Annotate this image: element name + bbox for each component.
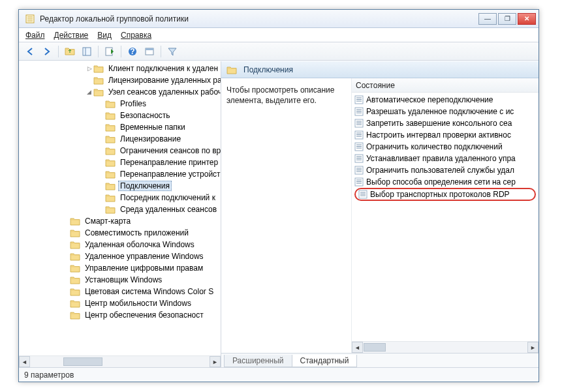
back-button[interactable] [23,44,37,59]
titlebar[interactable]: Редактор локальной групповой политики — … [19,10,539,28]
tree-item[interactable]: Удаленное управление Windows [19,250,221,262]
menu-help[interactable]: Справка [121,31,151,40]
tree-item[interactable]: Временные папки [19,121,221,133]
tree-item[interactable]: Подключения [19,180,221,192]
folder-icon [105,146,116,155]
close-button[interactable]: ✕ [518,13,536,25]
details-pane: Подключения Чтобы просмотреть описание э… [221,61,539,367]
tree-item[interactable]: Ограничения сеансов по вр [19,145,221,157]
setting-icon [354,166,364,175]
view-tabs: Расширенный Стандартный [221,353,539,367]
tree-item[interactable]: Смарт-карта [19,215,221,227]
folder-icon [70,310,80,320]
forward-button[interactable] [40,44,54,59]
scroll-right-icon[interactable]: ► [527,342,539,353]
menu-view[interactable]: Вид [97,31,112,40]
folder-icon [70,252,80,261]
setting-item[interactable]: Устанавливает правила удаленного упра [352,153,539,164]
scroll-thumb[interactable] [364,343,386,352]
menu-action[interactable]: Действие [54,31,89,40]
setting-label: Выбор способа определения сети на сер [366,177,516,187]
tree-horizontal-scrollbar[interactable]: ◄ ► [19,355,221,367]
tree-item-label: Центр мобильности Windows [83,299,193,308]
up-level-button[interactable] [63,44,77,59]
scroll-right-icon[interactable]: ► [210,356,221,367]
window: Редактор локальной групповой политики — … [18,9,539,382]
setting-item[interactable]: Автоматическое переподключение [352,94,539,106]
settings-list[interactable]: Автоматическое переподключениеРазрешать … [352,93,539,202]
tree-item-label: Удаленная оболочка Windows [83,240,196,249]
maximize-button[interactable]: ❐ [498,13,516,25]
setting-item[interactable]: Запретить завершение консольного сеа [352,117,539,129]
setting-item[interactable]: Разрешать удаленное подключение с ис [352,106,539,117]
tree-item[interactable]: Центр обеспечения безопасност [19,309,221,321]
tree-item-label: Лицензирование [118,134,183,143]
tree-item-label: Смарт-карта [83,217,133,226]
tree-pane: ▷Клиент подключения к удаленЛицензирован… [19,61,221,367]
folder-icon [70,299,80,308]
window-title: Редактор локальной групповой политики [40,14,478,23]
folder-icon [105,205,116,214]
client-area: ▷Клиент подключения к удаленЛицензирован… [19,61,539,367]
filter-button[interactable] [165,44,180,59]
setting-label: Устанавливает правила удаленного упра [366,154,516,163]
toolbar-separator [161,46,161,57]
tree-item[interactable]: Перенаправление принтер [19,157,221,168]
show-tree-button[interactable] [80,44,94,59]
folder-icon [105,99,116,108]
tree-item[interactable]: Лицензирование удаленных ра [19,74,221,86]
expand-icon[interactable]: ◢ [86,89,93,95]
tree-item[interactable]: Среда удаленных сеансов [19,204,221,215]
setting-icon [354,95,364,104]
tree-item[interactable]: Посредник подключений к [19,192,221,204]
tree-item[interactable]: Центр мобильности Windows [19,297,221,309]
details-body: Чтобы просмотреть описание элемента, выд… [221,78,539,353]
tree-view[interactable]: ▷Клиент подключения к удаленЛицензирован… [19,61,221,355]
list-horizontal-scrollbar[interactable]: ◄ ► [352,341,539,353]
tree-item[interactable]: Цветовая система Windows Color S [19,286,221,297]
setting-item[interactable]: Ограничить количество подключений [352,141,539,153]
tree-item[interactable]: Управление цифровыми правам [19,262,221,274]
column-header-state[interactable]: Состояние [352,78,539,93]
setting-icon [354,119,364,128]
tree-item[interactable]: ◢Узел сеансов удаленных рабоч [19,86,221,98]
setting-label: Запретить завершение консольного сеа [366,119,512,128]
scroll-left-icon[interactable]: ◄ [19,356,30,367]
tree-item[interactable]: Profiles [19,98,221,110]
tree-item[interactable]: Перенаправление устройст [19,168,221,180]
description-column: Чтобы просмотреть описание элемента, выд… [221,78,352,353]
menu-file[interactable]: Файл [25,31,45,40]
scroll-thumb[interactable] [63,357,102,366]
setting-label: Разрешать удаленное подключение с ис [366,107,514,116]
tree-item[interactable]: Совместимость приложений [19,227,221,239]
tab-extended[interactable]: Расширенный [224,355,292,367]
tree-item-label: Удаленное управление Windows [83,252,206,261]
setting-item[interactable]: Выбор способа определения сети на сер [352,176,539,188]
menubar: Файл Действие Вид Справка [19,28,539,42]
help-button[interactable]: ? [125,44,140,59]
toolbar-separator [98,46,99,57]
setting-item[interactable]: Настроить интервал проверки активнос [352,129,539,141]
tree-item-label: Подключения [118,181,172,191]
tree-item[interactable]: ▷Клиент подключения к удален [19,63,221,74]
setting-icon [358,190,367,199]
tree-item-label: Клиент подключения к удален [106,64,220,73]
folder-icon [226,65,237,74]
scroll-left-icon[interactable]: ◄ [352,342,363,353]
properties-button[interactable] [142,44,157,59]
tree-item[interactable]: Установщик Windows [19,274,221,286]
tree-item[interactable]: Удаленная оболочка Windows [19,239,221,250]
details-title: Подключения [243,65,293,74]
minimize-button[interactable]: — [478,13,497,25]
export-list-button[interactable] [102,44,117,59]
setting-item[interactable]: Выбор транспортных протоколов RDP [354,188,536,201]
tab-standard[interactable]: Стандартный [292,355,358,367]
tree-item[interactable]: Лицензирование [19,133,221,145]
setting-item[interactable]: Ограничить пользователей службы удал [352,164,539,176]
tree-item-label: Безопасность [118,111,172,120]
folder-icon [105,134,116,143]
folder-icon [93,76,104,85]
setting-label: Автоматическое переподключение [366,95,493,104]
tree-item[interactable]: Безопасность [19,110,221,121]
expand-icon[interactable]: ▷ [86,65,93,72]
